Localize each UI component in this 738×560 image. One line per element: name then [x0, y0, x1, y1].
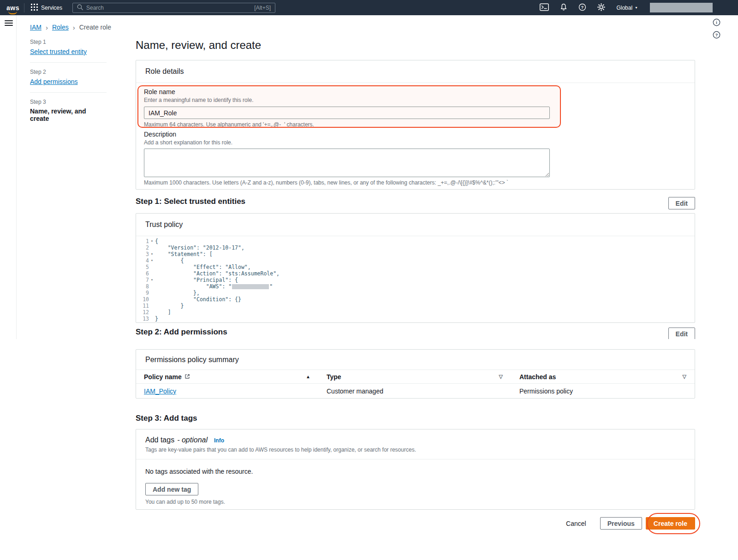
aws-console-page: aws Services Search [Alt+S] [0, 0, 738, 560]
column-header-attached-as[interactable]: Attached as ▽ [519, 373, 695, 381]
breadcrumb-iam[interactable]: IAM [30, 24, 42, 31]
add-new-tag-button[interactable]: Add new tag [145, 483, 198, 495]
code-text: "Principal": { [155, 277, 238, 283]
code-text: }, [155, 290, 200, 296]
tags-empty-text: No tags associated with the resource. [145, 468, 685, 475]
settings-button[interactable] [597, 3, 605, 12]
line-number: 3 [136, 251, 149, 257]
line-number: 6 [136, 270, 149, 277]
step-1-link[interactable]: Select trusted entity [30, 48, 87, 55]
nav-divider [24, 3, 24, 12]
breadcrumb-roles[interactable]: Roles [52, 24, 69, 31]
code-text: "Condition": {} [155, 296, 241, 303]
region-label: Global [616, 5, 632, 11]
account-menu-redacted[interactable] [650, 3, 713, 12]
sort-ascending-icon[interactable]: ▲ [306, 374, 310, 379]
breadcrumb-separator-icon: › [46, 24, 48, 31]
nav-right-controls: ? Glo [540, 3, 738, 12]
role-name-input[interactable] [144, 107, 550, 119]
fold-arrow-icon [149, 244, 155, 251]
step-nav-item-1: Step 1 Select trusted entity [30, 39, 107, 63]
code-line: 12 ] [136, 309, 695, 316]
redacted-principal-value [232, 284, 269, 289]
cell-policy-name: IAM_Policy [144, 387, 327, 395]
code-line: 1 ▾ { [136, 238, 695, 244]
code-text: "Version": "2012-10-17", [155, 244, 244, 251]
fold-arrow-icon [149, 270, 155, 277]
role-name-field-group: Role name Enter a meaningful name to ide… [144, 88, 550, 128]
fold-arrow-icon [149, 303, 155, 309]
fold-arrow-icon[interactable]: ▾ [149, 277, 155, 283]
line-number: 11 [136, 303, 149, 309]
code-text: "Action": "sts:AssumeRole", [155, 270, 280, 277]
step-number: Step 2 [30, 69, 107, 75]
notifications-button[interactable] [560, 3, 567, 12]
nav-menu-button[interactable] [4, 19, 14, 29]
permissions-header: Permissions policy summary [136, 350, 695, 369]
step2-section-title: Step 2: Add permissions [136, 328, 227, 337]
column-header-type[interactable]: Type ▽ [327, 373, 519, 381]
fold-arrow-icon[interactable]: ▾ [149, 251, 155, 257]
trust-policy-header: Trust policy [136, 214, 695, 236]
role-details-header: Role details [136, 60, 695, 83]
services-menu-button[interactable]: Services [27, 0, 66, 15]
aws-logo[interactable]: aws [5, 4, 21, 12]
code-text: ] [155, 309, 171, 316]
policy-name-link[interactable]: IAM_Policy [144, 387, 176, 395]
fold-arrow-icon [149, 283, 155, 290]
tags-optional-label: - optional [177, 436, 208, 444]
question-circle-icon: ? [578, 3, 586, 12]
code-text: "Effect": "Allow", [155, 264, 251, 270]
trust-policy-title: Trust policy [145, 220, 685, 229]
fold-arrow-icon [149, 290, 155, 296]
page-title: Name, review, and create [136, 39, 261, 52]
gear-icon [597, 3, 605, 12]
create-role-button[interactable]: Create role [646, 517, 695, 530]
fold-arrow-icon [149, 296, 155, 303]
line-number: 5 [136, 264, 149, 270]
line-number: 10 [136, 296, 149, 303]
previous-button[interactable]: Previous [600, 517, 642, 530]
line-number: 7 [136, 277, 149, 283]
step1-section-header: Step 1: Select trusted entities Edit [136, 197, 695, 209]
help-panel-icon[interactable]: ? [713, 31, 720, 40]
role-details-title: Role details [145, 67, 685, 76]
permissions-summary-card: Permissions policy summary Policy name [136, 349, 695, 399]
role-name-hint: Enter a meaningful name to identify this… [144, 97, 550, 103]
column-header-policy-name[interactable]: Policy name ▲ [144, 373, 327, 381]
description-textarea[interactable] [144, 149, 550, 177]
step1-edit-button[interactable]: Edit [668, 197, 695, 209]
sort-filter-icon[interactable]: ▽ [499, 374, 503, 380]
search-input[interactable]: Search [Alt+S] [72, 3, 275, 13]
description-label: Description [144, 131, 550, 138]
fold-arrow-icon[interactable]: ▾ [149, 257, 155, 264]
cloudshell-button[interactable] [540, 3, 549, 12]
tags-title: Add tags [145, 436, 174, 444]
tags-limit-text: You can add up to 50 more tags. [145, 499, 685, 505]
breadcrumb-separator-icon: › [73, 24, 75, 31]
step2-edit-button[interactable]: Edit [668, 328, 695, 340]
steps-navigation: Step 1 Select trusted entity Step 2 Add … [30, 39, 107, 135]
sort-filter-icon[interactable]: ▽ [683, 374, 686, 380]
code-text: { [155, 257, 184, 264]
top-navigation-bar: aws Services Search [Alt+S] [0, 0, 738, 15]
services-grid-icon [31, 4, 38, 12]
code-line-redacted: 8 "AWS": "" [136, 283, 695, 290]
caret-down-icon: ▼ [635, 6, 638, 9]
tags-description: Tags are key-value pairs that you can ad… [145, 447, 685, 453]
code-text: } [155, 303, 184, 309]
line-number: 1 [136, 238, 149, 244]
step-3-current: Name, review, and create [30, 107, 107, 122]
region-selector[interactable]: Global ▼ [616, 5, 638, 11]
step-number: Step 1 [30, 39, 107, 45]
code-line: 7 ▾ "Principal": { [136, 277, 695, 283]
step-2-link[interactable]: Add permissions [30, 78, 78, 85]
bell-icon [560, 3, 567, 12]
role-name-label: Role name [144, 88, 550, 95]
step1-section-title: Step 1: Select trusted entities [136, 197, 245, 206]
cancel-button[interactable]: Cancel [563, 518, 589, 529]
info-panel-icon[interactable]: i [713, 18, 720, 28]
help-button[interactable]: ? [578, 3, 586, 12]
tags-info-link[interactable]: Info [214, 437, 224, 444]
fold-arrow-icon[interactable]: ▾ [149, 238, 155, 244]
